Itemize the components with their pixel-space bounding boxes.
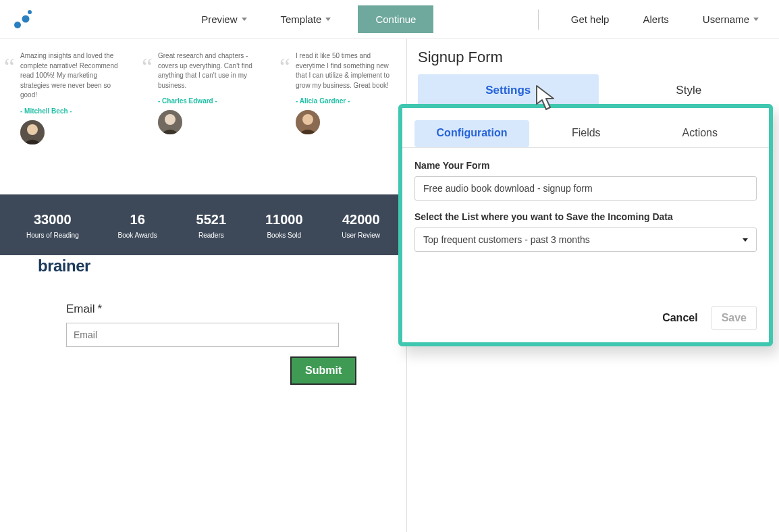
svg-point-8 [302,114,313,125]
list-select-value: Top frequent customers - past 3 months [423,234,590,245]
save-button[interactable]: Save [711,306,757,330]
nav-alerts[interactable]: Alerts [636,8,675,30]
list-select-block: Select the List where you want to Save t… [414,211,757,252]
testimonial-author: - Mitchell Bech - [20,107,124,115]
testimonial: “ Great research and chapters - covers u… [144,51,262,144]
stat-value: 33000 [26,212,79,228]
stat-label: User Review [342,232,380,239]
stat-item: 16 Book Awards [118,212,157,239]
nav-username[interactable]: Username [696,8,765,30]
avatar [20,120,45,144]
stat-label: Readers [196,232,227,239]
testimonial: “ Amazing insights and loved the complet… [7,51,124,144]
stat-value: 16 [118,212,157,228]
stat-label: Book Awards [118,232,157,239]
stat-item: 5521 Readers [196,212,227,239]
nav-template-label: Template [281,14,322,25]
caret-down-icon [242,18,247,21]
panel-title: Signup Form [418,49,779,66]
settings-config-panel: Configuration Fields Actions Name Your F… [398,104,773,346]
logo-dots-icon [14,10,34,29]
tab-configuration[interactable]: Configuration [414,120,529,147]
tab-settings[interactable]: Settings [418,74,599,107]
signup-form-preview: Email* Submit [0,255,406,385]
stat-item: 11000 Books Sold [265,212,303,239]
tabs-secondary: Configuration Fields Actions [402,120,769,148]
stat-label: Books Sold [265,232,303,239]
quote-icon: “ [4,61,15,73]
email-label: Email* [66,302,406,316]
testimonial-text: I read it like 50 times and everytime I … [296,51,400,90]
testimonials-row: “ Amazing insights and loved the complet… [0,39,406,144]
form-name-block: Name Your Form [414,160,757,201]
tab-fields[interactable]: Fields [529,120,643,147]
stat-label: Hours of Reading [26,232,79,239]
caret-down-icon [753,18,759,21]
avatar [158,110,182,134]
submit-button[interactable]: Submit [290,356,356,385]
testimonial-author: - Charles Edward - [158,97,262,105]
nav-preview[interactable]: Preview [194,8,253,30]
stat-item: 33000 Hours of Reading [26,212,79,239]
svg-point-0 [14,22,21,28]
stat-value: 42000 [342,212,380,228]
testimonial: “ I read it like 50 times and everytime … [282,51,400,144]
email-field[interactable] [66,323,339,347]
cancel-button[interactable]: Cancel [662,312,697,324]
email-label-text: Email [66,302,95,315]
svg-point-4 [27,124,38,135]
svg-point-1 [22,15,30,22]
quote-icon: “ [142,61,153,73]
avatar [296,110,320,134]
continue-button[interactable]: Continue [358,5,433,33]
required-star: * [98,302,103,315]
tabs-primary: Settings Style [418,74,779,107]
caret-down-icon [743,238,748,242]
list-select[interactable]: Top frequent customers - past 3 months [414,228,757,252]
divider [538,9,539,30]
header-nav: Preview Template Continue [90,5,538,33]
tab-actions[interactable]: Actions [643,120,757,147]
nav-help[interactable]: Get help [564,8,616,30]
header-right: Get help Alerts Username [538,8,765,30]
svg-point-6 [165,114,176,125]
list-select-label: Select the List where you want to Save t… [414,211,757,222]
nav-preview-label: Preview [201,14,237,25]
nav-username-label: Username [703,14,749,25]
stats-bar: 33000 Hours of Reading 16 Book Awards 55… [0,194,406,255]
nav-template[interactable]: Template [274,8,338,30]
svg-point-2 [28,10,32,14]
testimonial-author: - Alicia Gardner - [296,97,400,105]
preview-canvas: “ Amazing insights and loved the complet… [0,39,406,532]
quote-icon: “ [279,61,290,73]
form-name-input[interactable] [414,176,757,201]
stat-value: 11000 [265,212,303,228]
stat-value: 5521 [196,212,227,228]
tab-style[interactable]: Style [599,74,780,107]
testimonial-text: Great research and chapters - covers up … [158,51,262,90]
caret-down-icon [325,18,331,21]
testimonial-text: Amazing insights and loved the complete … [20,51,124,101]
form-name-label: Name Your Form [414,160,757,171]
panel-actions: Cancel Save [414,306,757,330]
cursor-pointer-icon [535,84,562,112]
stat-item: 42000 User Review [342,212,380,239]
app-header: mainbrainer Preview Template Continue Ge… [0,0,779,39]
